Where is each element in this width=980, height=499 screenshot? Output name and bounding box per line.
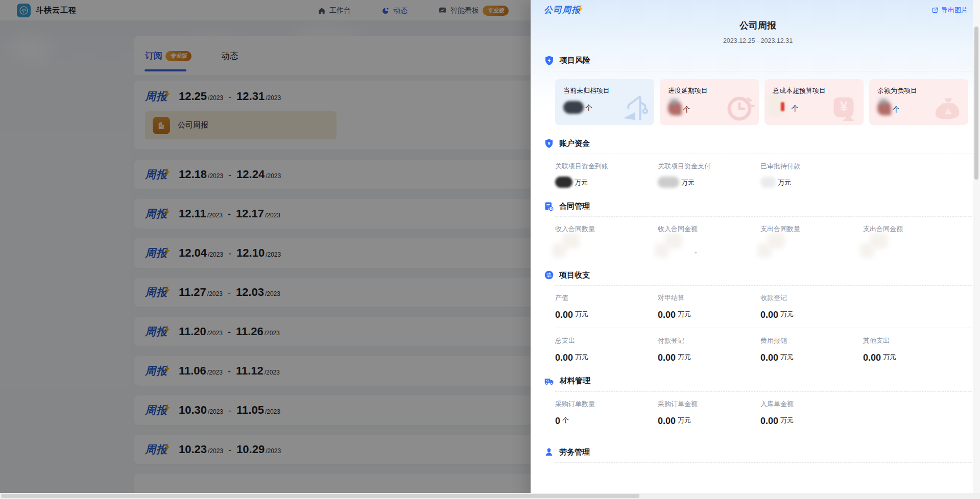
redacted-value [658,236,686,257]
section-material-management: 材料管理 采购订单数量 0个 采购订单金额 0.00万元 [544,376,972,426]
drawer-title: 公司周报 [544,4,972,32]
stat-income-contract-amount: 收入合同金额 - [658,224,760,257]
section-project-risk: 项目风险 当前未归档项目 个 进度延期项目 个 [544,55,972,125]
scrollbar-thumb[interactable] [974,27,978,180]
drawer-date-range: 2023.12.25 - 2023.12.31 [544,37,972,44]
section-contract-management: 合同管理 收入合同数量 收入合同金额 - [544,201,972,257]
stat-other-expense: 其他支出 0.00万元 [863,336,966,362]
stat-funds-received: 关联项目资金到账 万元 [555,162,658,188]
truck-icon [544,376,555,386]
redacted-value [555,236,584,257]
exchange-icon [544,270,554,280]
redacted-value [863,236,892,257]
redacted-value [760,236,789,257]
stat-payment-register: 付款登记 0.00万元 [658,336,760,362]
stat-income-contract-count: 收入合同数量 [555,224,658,257]
stat-expense-contract-count: 支出合同数量 [760,224,863,257]
contract-icon [544,201,554,211]
stat-purchase-order-count: 采购订单数量 0个 [555,400,658,426]
risk-card-unarchived[interactable]: 当前未归档项目 个 [555,79,654,125]
risk-card-delayed[interactable]: 进度延期项目 个 [660,79,759,125]
redacted-value [877,101,891,115]
worker-icon [544,447,554,457]
stat-receipt-register: 收款登记 0.00万元 [760,293,863,319]
redacted-value [773,97,790,114]
scrollbar-thumb[interactable] [1,494,639,498]
company-weekly-report-drawer: 公司周报 导出图片 公司周报 2023.12.25 - 2023.12.31 项… [531,0,980,499]
section-project-income-expense: 项目收支 产值 0.00万元 对甲结算 0.00万元 [544,270,972,362]
app-window: 斗栱云工程 工作台 动态 智能看板 专业版 订阅 [0,0,980,499]
stat-owner-settlement: 对甲结算 0.00万元 [658,293,760,319]
redacted-value [563,101,584,114]
stat-approved-pending: 已审批待付款 万元 [760,162,863,188]
drawer-vertical-scrollbar[interactable] [973,0,980,493]
stat-funds-paid: 关联项目资金支付 万元 [658,162,760,188]
stat-expense-contract-amount: 支出合同金额 [863,224,966,257]
divider [555,285,972,286]
section-account-funds: ¥ 账户资金 关联项目资金到账 万元 关联项目资金支付 万元 [544,138,972,188]
divider [555,216,972,217]
divider [555,462,972,463]
stat-total-expense: 总支出 0.00万元 [555,336,658,362]
divider [555,328,972,328]
divider [555,154,972,154]
horizontal-scrollbar[interactable] [0,493,980,499]
shield-yuan-icon: ¥ [544,138,554,148]
stat-inbound-amount: 入库单金额 0.00万元 [760,400,863,426]
divider [555,71,972,71]
risk-card-over-budget[interactable]: 总成本超预算项目 个 ¥ [764,79,864,125]
redacted-value [555,177,572,188]
risk-card-negative-balance[interactable]: 余额为负项目 个 [869,79,968,125]
shield-bolt-icon [544,55,555,66]
divider [555,391,972,392]
redacted-value [658,177,679,188]
redacted-value [760,177,776,188]
stat-output-value: 产值 0.00万元 [555,293,658,319]
stat-purchase-order-amount: 采购订单金额 0.00万元 [658,400,760,426]
redacted-value [668,101,682,115]
stat-expense-reimbursement: 费用报销 0.00万元 [760,336,863,362]
section-labor-management: 劳务管理 [544,447,972,463]
